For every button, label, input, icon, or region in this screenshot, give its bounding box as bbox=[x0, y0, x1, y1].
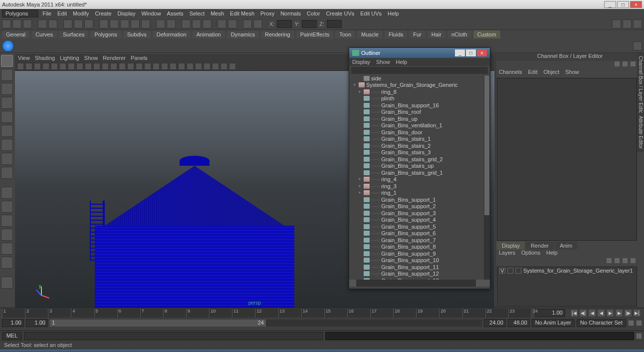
layer-tab-display[interactable]: Display bbox=[497, 242, 525, 250]
misc-icon[interactable] bbox=[253, 19, 262, 28]
three-pane-layout[interactable] bbox=[1, 243, 13, 255]
shelf-tab-curves[interactable]: Curves bbox=[31, 30, 57, 38]
shelf-tab-surfaces[interactable]: Surfaces bbox=[59, 30, 88, 38]
channel-box-toggle-icon[interactable] bbox=[633, 19, 642, 28]
outliner-item[interactable]: ──○Grain_Bins_stairs_grid_2 bbox=[349, 156, 490, 163]
select-tool[interactable] bbox=[1, 55, 13, 67]
history-icon[interactable] bbox=[156, 19, 165, 28]
menu-edit-mesh[interactable]: Edit Mesh bbox=[227, 9, 257, 17]
step-forward-button[interactable]: ▶ bbox=[615, 309, 623, 317]
outliner-titlebar[interactable]: Outliner _ □ × bbox=[349, 48, 490, 58]
menu-file[interactable]: File bbox=[39, 9, 54, 17]
shelf-tab-painteffects[interactable]: PaintEffects bbox=[296, 30, 334, 38]
expand-icon[interactable]: + bbox=[357, 177, 362, 182]
undo-icon[interactable] bbox=[38, 19, 47, 28]
expand-icon[interactable]: + bbox=[357, 190, 362, 195]
scale-tool[interactable] bbox=[1, 125, 13, 137]
single-pane-layout[interactable] bbox=[1, 187, 13, 199]
snap-live-icon[interactable] bbox=[141, 19, 150, 28]
go-to-end-button[interactable]: ▶| bbox=[633, 309, 641, 317]
viewport-icon-1[interactable] bbox=[25, 63, 32, 70]
range-start-outer-field[interactable]: 1.00 bbox=[2, 319, 24, 327]
scroll-right-icon-2[interactable] bbox=[483, 280, 490, 287]
ipr-render-icon[interactable] bbox=[192, 19, 201, 28]
outliner-item[interactable]: +──○ring_3 bbox=[349, 183, 490, 190]
viewport-menu-shading[interactable]: Shading bbox=[35, 55, 55, 61]
auto-key-icon[interactable] bbox=[628, 320, 634, 326]
save-scene-icon[interactable] bbox=[23, 19, 32, 28]
select-hierarchy-icon[interactable] bbox=[63, 19, 72, 28]
range-slider[interactable]: 1 24 bbox=[50, 320, 482, 327]
viewport-icon-21[interactable] bbox=[195, 63, 202, 70]
snap-curve-icon[interactable] bbox=[110, 19, 119, 28]
shelf-tab-deformation[interactable]: Deformation bbox=[153, 30, 191, 38]
outliner-close-button[interactable]: × bbox=[477, 49, 487, 56]
viewport-icon-5[interactable] bbox=[59, 63, 66, 70]
outliner-scrollbar[interactable] bbox=[484, 75, 490, 280]
channel-box-side-tab[interactable]: Channel Box / Layer Editor bbox=[637, 53, 644, 119]
field-icon[interactable] bbox=[228, 19, 237, 28]
input-line-icon[interactable] bbox=[217, 19, 226, 28]
viewport-icon-20[interactable] bbox=[187, 63, 194, 70]
shelf-tab-subdivs[interactable]: Subdivs bbox=[123, 30, 151, 38]
prefs-icon[interactable] bbox=[636, 320, 642, 326]
snap-point-icon[interactable] bbox=[120, 19, 129, 28]
outliner-item[interactable]: ──○Grain_Bins_support_5 bbox=[349, 223, 490, 230]
outliner-item[interactable]: ──○Grain_Bins_support_4 bbox=[349, 217, 490, 224]
outliner-item[interactable]: ──○Grain_Bins_ventilation_1 bbox=[349, 122, 490, 129]
outliner-item[interactable]: ──○Grain_Bins_stairs_3 bbox=[349, 149, 490, 156]
viewport-icon-3[interactable] bbox=[42, 63, 49, 70]
outliner-menu-help[interactable]: Help bbox=[396, 59, 408, 65]
outliner-item[interactable]: ──○Grain_Bins_up bbox=[349, 115, 490, 122]
viewport-icon-6[interactable] bbox=[68, 63, 75, 70]
viewport-menu-view[interactable]: View bbox=[18, 55, 30, 61]
cb-menu-channels[interactable]: Channels bbox=[499, 69, 522, 77]
outliner-maximize-button[interactable]: □ bbox=[466, 49, 476, 56]
new-scene-icon[interactable] bbox=[2, 19, 11, 28]
outliner-item[interactable]: ──○Grain_Bins_support_3 bbox=[349, 210, 490, 217]
range-slider-thumb[interactable]: 1 24 bbox=[50, 320, 266, 327]
step-back-button[interactable]: ◀ bbox=[588, 309, 596, 317]
select-component-icon[interactable] bbox=[84, 19, 93, 28]
outliner-item[interactable]: ──○Grain_Bins_support_2 bbox=[349, 203, 490, 210]
shelf-tab-ncloth[interactable]: nCloth bbox=[447, 30, 471, 38]
attribute-editor-toggle-icon[interactable] bbox=[612, 19, 621, 28]
outliner-item[interactable]: +Systems_for_Grain_Storage_Generic bbox=[349, 82, 490, 89]
outliner-item[interactable]: +──○ring_1 bbox=[349, 190, 490, 197]
outliner-hscrollbar[interactable] bbox=[349, 280, 490, 287]
outliner-item[interactable]: ──○Grain_Bins_stairs_up bbox=[349, 163, 490, 170]
layer-color-swatch[interactable] bbox=[515, 268, 521, 274]
outliner-window[interactable]: Outliner _ □ × DisplayShowHelp side+Syst… bbox=[349, 47, 490, 289]
shelf-tab-polygons[interactable]: Polygons bbox=[90, 30, 121, 38]
render-settings-icon[interactable] bbox=[203, 19, 212, 28]
outliner-item[interactable]: ──○Grain_Bins_support_16 bbox=[349, 102, 490, 109]
outliner-item[interactable]: ──○Grain_Bins_stairs_1 bbox=[349, 136, 490, 143]
outliner-item[interactable]: ──○Grain_Bins_support_13 bbox=[349, 277, 490, 280]
menu-select[interactable]: Select bbox=[187, 9, 208, 17]
viewport-icon-18[interactable] bbox=[170, 63, 177, 70]
four-pane-layout[interactable] bbox=[1, 201, 13, 213]
expand-icon[interactable]: + bbox=[352, 82, 357, 87]
window-close-button[interactable]: × bbox=[630, 1, 642, 8]
viewport-menu-lighting[interactable]: Lighting bbox=[60, 55, 79, 61]
outliner-item[interactable]: ──○Grain_Bins_stairs_2 bbox=[349, 142, 490, 149]
shelf-tab-fluids[interactable]: Fluids bbox=[385, 30, 407, 38]
shelf-menu-icon[interactable] bbox=[633, 41, 642, 50]
outliner-list[interactable]: side+Systems_for_Grain_Storage_Generic+─… bbox=[349, 75, 490, 280]
shelf-tab-rendering[interactable]: Rendering bbox=[261, 30, 294, 38]
outliner-item[interactable]: ──○Grain_Bins_roof bbox=[349, 109, 490, 116]
viewport-icon-8[interactable] bbox=[85, 63, 92, 70]
render-icon[interactable] bbox=[182, 19, 191, 28]
viewport-icon-23[interactable] bbox=[212, 63, 219, 70]
menu-proxy[interactable]: Proxy bbox=[257, 9, 277, 17]
range-end-outer-field[interactable]: 48.00 bbox=[508, 319, 530, 327]
axis-z-input[interactable] bbox=[327, 20, 342, 28]
cb-menu-edit[interactable]: Edit bbox=[528, 69, 537, 77]
shelf-tab-animation[interactable]: Animation bbox=[193, 30, 225, 38]
character-set-select[interactable]: No Character Set bbox=[577, 319, 626, 327]
layer-visibility-toggle[interactable]: V bbox=[499, 268, 505, 274]
menu-mesh[interactable]: Mesh bbox=[208, 9, 227, 17]
outliner-item[interactable]: ──○Grain_Bins_stairs_grid_1 bbox=[349, 169, 490, 176]
viewport-icon-11[interactable] bbox=[110, 63, 117, 70]
menu-modify[interactable]: Modify bbox=[70, 9, 92, 17]
